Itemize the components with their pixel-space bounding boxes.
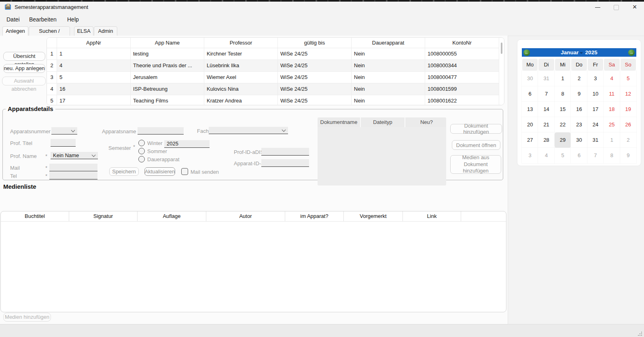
apparatsnummer-select[interactable] — [51, 127, 77, 134]
col-kontonr[interactable]: KontoNr — [425, 38, 499, 48]
calendar-day-today[interactable]: 29 — [555, 132, 571, 148]
col-dokumentname[interactable]: Dokumentname — [318, 117, 360, 127]
apparat-id-adis-input[interactable] — [261, 159, 309, 167]
calendar-day[interactable]: 28 — [538, 132, 554, 148]
calendar-day[interactable]: 9 — [571, 86, 587, 102]
medien-aus-dokument-button[interactable]: Medien aus Dokument hinzufügen — [450, 155, 501, 174]
semester-year-input[interactable]: 2025 — [164, 140, 210, 148]
calendar-day[interactable]: 2 — [571, 71, 587, 86]
col-autor[interactable]: Autor — [206, 211, 285, 221]
calendar-day[interactable]: 8 — [604, 148, 620, 163]
calendar-day[interactable]: 15 — [555, 102, 571, 117]
prof-titel-input[interactable] — [51, 139, 76, 147]
calendar-day[interactable]: 9 — [620, 148, 636, 163]
calendar-day[interactable]: 13 — [522, 102, 538, 117]
auswahl-abbrechen-button[interactable]: Auswahl abbrechen — [2, 77, 46, 85]
calendar-day[interactable]: 30 — [522, 71, 538, 86]
tel-input[interactable] — [49, 172, 97, 179]
mail-senden-checkbox[interactable] — [181, 168, 188, 175]
calendar-day[interactable]: 3 — [522, 148, 538, 163]
table-row[interactable]: 2 4 Theorie und Praxis der ... Lüsebrink… — [47, 60, 504, 72]
calendar-day[interactable]: 14 — [538, 102, 554, 117]
col-dauerapparat[interactable]: Dauerapparat — [352, 38, 425, 48]
calendar-day[interactable]: 30 — [571, 132, 587, 148]
dokument-hinzufuegen-button[interactable]: Dokument hinzufügen — [450, 124, 502, 134]
col-professor[interactable]: Professor — [204, 38, 278, 48]
radio-dauerapparat[interactable] — [138, 156, 145, 162]
calendar-day[interactable]: 27 — [522, 132, 538, 148]
calendar-day[interactable]: 4 — [538, 148, 554, 163]
resize-grip-icon[interactable] — [638, 332, 642, 336]
col-appnr[interactable]: AppNr — [57, 38, 131, 48]
calendar-day[interactable]: 4 — [604, 71, 620, 86]
calendar-next-button[interactable]: → — [628, 49, 635, 56]
calendar-day[interactable]: 12 — [620, 86, 636, 102]
table-scrollbar[interactable] — [500, 39, 503, 103]
calendar-day[interactable]: 5 — [555, 148, 571, 163]
calendar-day[interactable]: 6 — [571, 148, 587, 163]
dokument-oeffnen-button[interactable]: Dokument öffnen — [452, 140, 500, 150]
tab-elsa[interactable]: ELSA — [74, 26, 93, 36]
col-dateityp[interactable]: Dateityp — [361, 117, 405, 127]
col-gueltig-bis[interactable]: gültig bis — [278, 38, 352, 48]
calendar-day[interactable]: 17 — [587, 102, 604, 117]
tab-suchen-statistik[interactable]: Suchen / Statistik — [29, 26, 70, 36]
calendar-day[interactable]: 22 — [555, 117, 571, 132]
calendar-day[interactable]: 26 — [620, 117, 636, 132]
scrollbar-thumb[interactable] — [501, 43, 502, 54]
maximize-button[interactable] — [607, 2, 625, 13]
neu-app-anlegen-button[interactable]: neu. App anlegen — [3, 64, 45, 73]
calendar-day[interactable]: 1 — [555, 71, 571, 86]
speichern-button[interactable]: Speichern — [109, 167, 139, 176]
table-row[interactable]: 5 17 Teaching Films Kratzer Andrea WiSe … — [47, 95, 504, 105]
calendar-day[interactable]: 19 — [620, 102, 636, 117]
radio-winter[interactable] — [138, 140, 145, 146]
table-row[interactable]: 1 1 testing Kirchner Tester WiSe 24/25 N… — [47, 48, 504, 60]
menu-help[interactable]: Help — [65, 15, 81, 24]
close-button[interactable]: × — [625, 2, 644, 13]
tab-anlegen[interactable]: Anlegen — [2, 26, 28, 36]
col-link[interactable]: Link — [403, 211, 461, 221]
calendar-day[interactable]: 20 — [522, 117, 538, 132]
fach-select[interactable] — [209, 127, 288, 134]
calendar-day[interactable]: 10 — [587, 86, 604, 102]
calendar-day[interactable]: 31 — [587, 132, 604, 148]
calendar-day[interactable]: 7 — [538, 86, 554, 102]
prof-id-adis-input[interactable] — [261, 148, 309, 156]
col-im-apparat[interactable]: im Apparat? — [285, 211, 344, 221]
col-neu[interactable]: Neu? — [405, 117, 446, 127]
col-buchtitel[interactable]: Buchtitel — [1, 211, 69, 221]
calendar-day[interactable]: 7 — [587, 148, 604, 163]
prof-name-select[interactable]: Kein Name — [51, 152, 98, 159]
calendar-day[interactable]: 25 — [604, 117, 620, 132]
medien-hinzufuegen-button[interactable]: Medien hinzufügen — [3, 313, 51, 322]
calendar-day[interactable]: 8 — [555, 86, 571, 102]
calendar-day[interactable]: 24 — [587, 117, 604, 132]
minimize-button[interactable] — [588, 2, 607, 13]
menu-datei[interactable]: Datei — [4, 15, 22, 24]
calendar-day[interactable]: 5 — [620, 71, 636, 86]
calendar-day[interactable]: 6 — [522, 86, 538, 102]
calendar-month[interactable]: Januar — [561, 49, 578, 55]
table-row[interactable]: 4 16 ISP-Betreuung Kulovics Nina WiSe 24… — [47, 83, 504, 95]
table-row[interactable]: 3 5 Jerusalem Wiemer Axel WiSe 24/25 Nei… — [47, 72, 504, 83]
calendar-year[interactable]: 2025 — [585, 49, 597, 55]
calendar-day[interactable]: 23 — [571, 117, 587, 132]
calendar-day[interactable]: 16 — [571, 102, 587, 117]
mail-input[interactable] — [49, 164, 97, 171]
apparatsname-input[interactable] — [138, 127, 184, 134]
calendar-day[interactable]: 31 — [538, 71, 554, 86]
calendar-day[interactable]: 1 — [604, 132, 620, 148]
col-vorgemerkt[interactable]: Vorgemerkt — [344, 211, 403, 221]
col-auflage[interactable]: Auflage — [138, 211, 206, 221]
calendar-day[interactable]: 11 — [604, 86, 620, 102]
aktualisieren-button[interactable]: Aktualisieren — [144, 167, 175, 176]
calendar-day[interactable]: 3 — [587, 71, 604, 86]
tab-admin[interactable]: Admin — [94, 26, 117, 36]
col-signatur[interactable]: Signatur — [69, 211, 138, 221]
calendar-day[interactable]: 21 — [538, 117, 554, 132]
uebersicht-erstellen-button[interactable]: Übersicht erstellen — [3, 52, 45, 61]
radio-sommer[interactable] — [138, 148, 145, 154]
calendar-day[interactable]: 2 — [620, 132, 636, 148]
menu-bearbeiten[interactable]: Bearbeiten — [27, 15, 59, 24]
